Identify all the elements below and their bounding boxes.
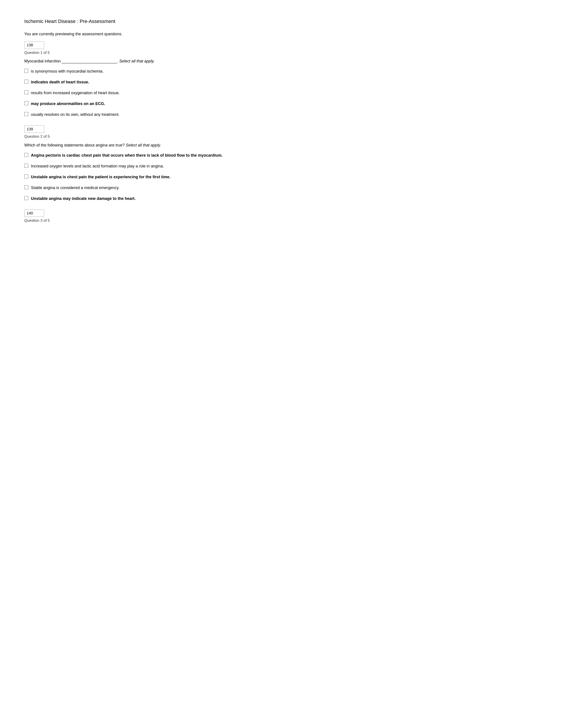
- answer-option-q1-o5[interactable]: usually resolves on its own, without any…: [24, 112, 539, 118]
- answer-option-q2-o1[interactable]: Angina pectoris is cardiac chest pain th…: [24, 152, 539, 158]
- answer-option-q1-o3[interactable]: results from increased oxygenation of he…: [24, 90, 539, 96]
- checkbox-q2-o1[interactable]: [24, 153, 28, 157]
- answer-option-q1-o1[interactable]: is synonymous with myocardial ischemia.: [24, 68, 539, 74]
- preview-notice: You are currently previewing the assessm…: [24, 31, 539, 37]
- checkbox-q1-o1[interactable]: [24, 69, 28, 73]
- option-text-q1-o3: results from increased oxygenation of he…: [31, 90, 120, 96]
- option-text-q1-o2: indicates death of heart tissue.: [31, 79, 89, 85]
- option-text-q1-o1: is synonymous with myocardial ischemia.: [31, 68, 103, 74]
- checkbox-q2-o5[interactable]: [24, 196, 28, 200]
- checkbox-q1-o2[interactable]: [24, 80, 28, 84]
- question-block-2: 139Question 2 of 5Which of the following…: [24, 126, 539, 202]
- question-id-1: 138: [24, 41, 44, 49]
- answer-option-q2-o5[interactable]: Unstable angina may indicate new damage …: [24, 196, 539, 202]
- answer-option-q2-o4[interactable]: Stable angina is considered a medical em…: [24, 185, 539, 191]
- checkbox-q2-o2[interactable]: [24, 164, 28, 168]
- question-prompt-1: Myocardial infarction __________________…: [24, 58, 539, 64]
- checkbox-q1-o5[interactable]: [24, 112, 28, 116]
- question-block-3: 140Question 3 of 5: [24, 210, 539, 223]
- question-prompt-2: Which of the following statements about …: [24, 142, 539, 148]
- answer-option-q2-o2[interactable]: Increased oxygen levels and lactic acid …: [24, 163, 539, 169]
- question-label-3: Question 3 of 5: [24, 218, 539, 223]
- checkbox-q2-o3[interactable]: [24, 174, 28, 178]
- question-id-3: 140: [24, 210, 44, 217]
- question-id-2: 139: [24, 126, 44, 133]
- checkbox-q2-o4[interactable]: [24, 185, 28, 189]
- question-label-1: Question 1 of 5: [24, 50, 539, 56]
- page-title: Ischemic Heart Disease : Pre-Assessment: [24, 18, 539, 25]
- option-text-q2-o4: Stable angina is considered a medical em…: [31, 185, 119, 191]
- question-block-1: 138Question 1 of 5Myocardial infarction …: [24, 41, 539, 118]
- checkbox-q1-o3[interactable]: [24, 90, 28, 94]
- answer-option-q1-o2[interactable]: indicates death of heart tissue.: [24, 79, 539, 85]
- option-text-q2-o5: Unstable angina may indicate new damage …: [31, 196, 135, 202]
- answer-option-q1-o4[interactable]: may produce abnormalities on an ECG.: [24, 101, 539, 107]
- checkbox-q1-o4[interactable]: [24, 101, 28, 105]
- option-text-q2-o1: Angina pectoris is cardiac chest pain th…: [31, 152, 222, 158]
- option-text-q2-o2: Increased oxygen levels and lactic acid …: [31, 163, 164, 169]
- option-text-q2-o3: Unstable angina is chest pain the patien…: [31, 174, 170, 180]
- question-label-2: Question 2 of 5: [24, 134, 539, 139]
- option-text-q1-o5: usually resolves on its own, without any…: [31, 112, 119, 118]
- answer-option-q2-o3[interactable]: Unstable angina is chest pain the patien…: [24, 174, 539, 180]
- option-text-q1-o4: may produce abnormalities on an ECG.: [31, 101, 105, 107]
